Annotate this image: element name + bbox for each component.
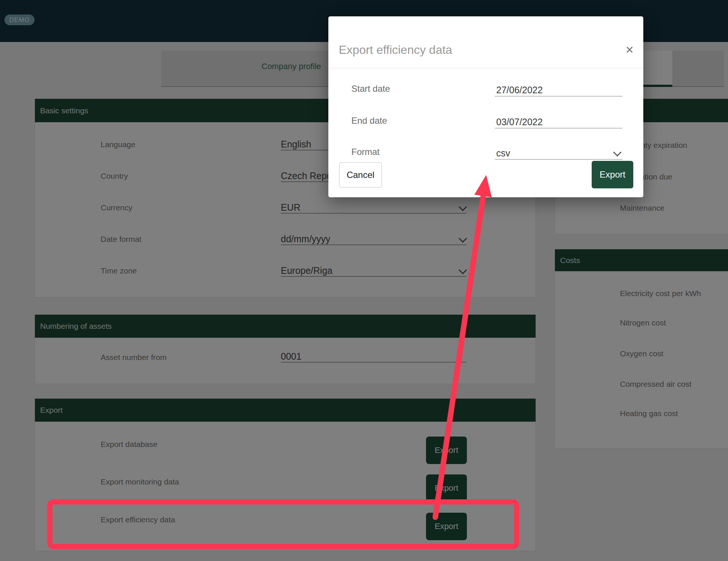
- chevron-down-icon: [613, 148, 622, 157]
- format-select-value: csv: [496, 148, 510, 158]
- dialog-title: Export efficiency data: [339, 43, 452, 57]
- cancel-button[interactable]: Cancel: [339, 162, 382, 188]
- start-date-input[interactable]: 27/06/2022: [495, 83, 623, 97]
- format-select[interactable]: csv: [495, 146, 623, 160]
- export-button[interactable]: Export: [592, 161, 633, 188]
- start-date-label: Start date: [351, 84, 390, 94]
- end-date-input[interactable]: 03/07/2022: [495, 115, 623, 129]
- format-label: Format: [351, 147, 380, 157]
- close-icon[interactable]: ✕: [623, 43, 636, 56]
- export-efficiency-dialog: Export efficiency data ✕ Start date 27/0…: [328, 16, 643, 197]
- end-date-label: End date: [351, 116, 387, 126]
- dialog-divider: [328, 68, 643, 68]
